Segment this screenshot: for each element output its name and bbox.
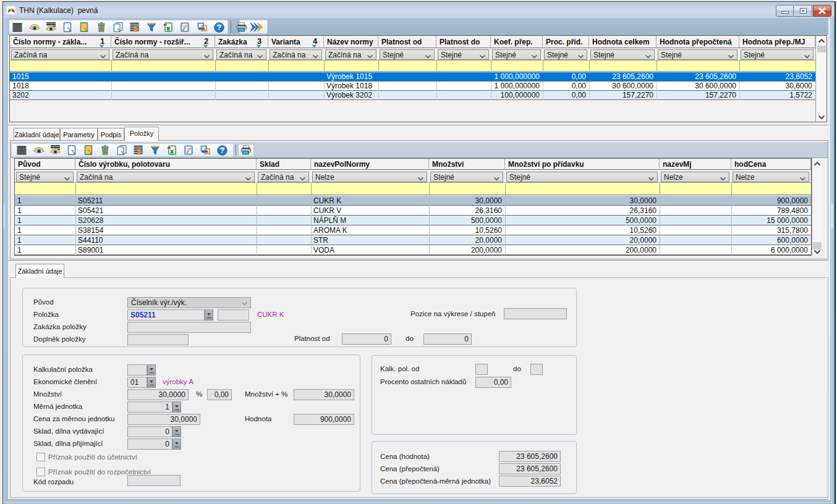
svg-text:?: ? bbox=[220, 146, 224, 155]
svg-text:?: ? bbox=[217, 23, 221, 32]
